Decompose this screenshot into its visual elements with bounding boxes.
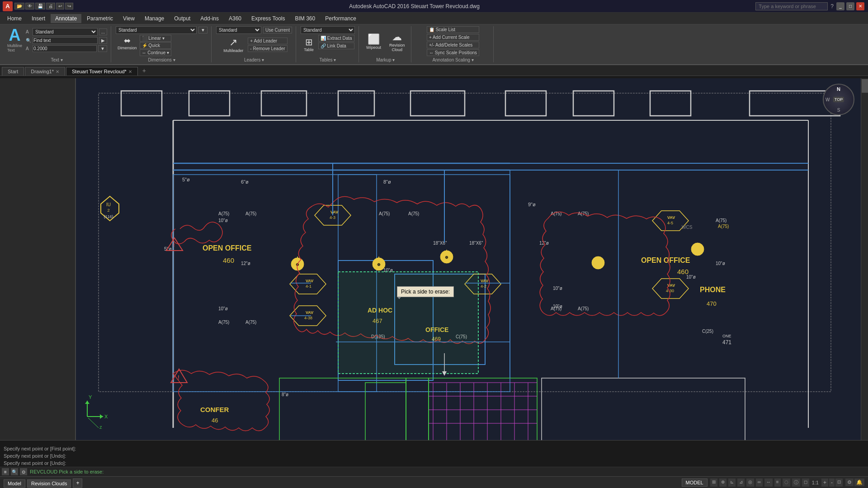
svg-text:12"ø: 12"ø (241, 261, 250, 266)
svg-text:10"ø: 10"ø (218, 218, 228, 223)
tab-start[interactable]: Start (2, 67, 24, 76)
text-height-input[interactable] (33, 45, 97, 52)
quick-access-open[interactable]: 👁 (25, 3, 34, 9)
text-group-content: A MultilineText A Standard ... 🔍 (6, 26, 107, 57)
find-text-button[interactable]: ▶ (99, 37, 107, 44)
svg-text:A(75): A(75) (578, 306, 589, 311)
tab-drawing1-label: Drawing1* (31, 69, 54, 74)
revision-cloud-button[interactable]: ☁ RevisionCloud (387, 29, 408, 54)
qprops-icon[interactable]: ⓘ (792, 479, 800, 487)
svg-text:A(75): A(75) (716, 218, 726, 223)
menu-addins[interactable]: Add-ins (196, 14, 223, 23)
quick-access-redo[interactable]: ↪ (65, 3, 73, 9)
notify-icon[interactable]: 🔔 (854, 479, 864, 486)
menu-insert[interactable]: Insert (27, 14, 50, 23)
dynin-icon[interactable]: ↔ (764, 479, 773, 487)
quick-access-undo[interactable]: ↩ (56, 3, 64, 9)
polar-icon[interactable]: ⊿ (737, 479, 745, 487)
cmd-icon-1[interactable]: ≡ (2, 468, 9, 475)
zoom-fit-icon[interactable]: ⊡ (835, 479, 843, 487)
remove-leader-button[interactable]: - Remove Leader (248, 45, 287, 52)
snap-icon[interactable]: ⊕ (719, 479, 726, 487)
grid-icon[interactable]: ⊞ (710, 479, 717, 487)
tab-steuart[interactable]: Steuart Tower Revcloud* ✕ (66, 67, 138, 76)
multileader-style-select[interactable]: Standard (216, 26, 261, 34)
tab-steuart-close[interactable]: ✕ (128, 69, 132, 74)
menu-performance[interactable]: Performance (321, 14, 361, 23)
menu-home[interactable]: Home (3, 14, 26, 23)
tab-drawing1[interactable]: Drawing1* ✕ (25, 67, 65, 76)
find-text-input[interactable] (33, 37, 98, 44)
add-tab-button[interactable]: + (139, 66, 150, 76)
menu-parametric[interactable]: Parametric (82, 14, 118, 23)
menu-bim360[interactable]: BIM 360 (291, 14, 320, 23)
menu-manage[interactable]: Manage (140, 14, 169, 23)
menu-a360[interactable]: A360 (224, 14, 246, 23)
wipeout-button[interactable]: ⬜ Wipeout (363, 32, 384, 52)
otrack-icon[interactable]: ∞ (756, 479, 763, 487)
cmd-icon-3[interactable]: ⊙ (20, 468, 27, 475)
zoom-in-icon[interactable]: + (821, 479, 828, 487)
table-button[interactable]: ⊞ Table (301, 35, 316, 54)
svg-text:6"ø: 6"ø (241, 179, 249, 185)
zoom-out-icon[interactable]: - (829, 479, 835, 487)
tables-group-label: Tables ▾ (320, 57, 336, 62)
add-layout-button[interactable]: + (73, 479, 82, 488)
dim-style-dropdown[interactable]: ▼ (198, 27, 208, 33)
model-button[interactable]: MODEL (682, 479, 708, 487)
svg-text:VAV: VAV (306, 279, 313, 283)
menu-express[interactable]: Express Tools (247, 14, 289, 23)
help-icon[interactable]: ? (830, 3, 834, 9)
quick-access-new[interactable]: 📂 (14, 3, 24, 9)
search-input[interactable] (755, 2, 828, 10)
add-leader-button[interactable]: + Add Leader (248, 38, 287, 44)
osnap-icon[interactable]: ◎ (746, 479, 754, 487)
extract-data-button[interactable]: 📊 Extract Data (318, 35, 354, 42)
scale-list-button[interactable]: 📋 Scale List (427, 26, 479, 33)
font-style-select[interactable]: Standard (33, 28, 98, 36)
minimize-button[interactable]: _ (836, 2, 844, 10)
maximize-button[interactable]: □ (846, 2, 854, 10)
use-current-button[interactable]: Use Current (263, 27, 292, 33)
lineweight-icon[interactable]: ≡ (774, 479, 781, 487)
sync-scale-button[interactable]: ↔ Sync Scale Positions (427, 49, 479, 56)
text-height-dropdown[interactable]: ▼ (98, 45, 107, 52)
add-delete-scales-button[interactable]: +/- Add/Delete Scales (427, 42, 479, 48)
text-a-icon: A (9, 27, 21, 43)
canvas-area[interactable]: IU 2 (116) AD HOC 467 OFFICE 469 D(135) … (76, 78, 861, 465)
svg-text:IU: IU (106, 202, 111, 207)
selection-icon[interactable]: ◻ (802, 479, 809, 487)
dim-style-select[interactable]: Standard (116, 26, 197, 34)
quick-access-save[interactable]: 💾 (35, 3, 45, 9)
menu-annotate[interactable]: Annotate (51, 14, 81, 23)
status-bar-left: Model Revision Clouds + (4, 478, 82, 488)
table-icon: ⊞ (305, 37, 313, 47)
quick-button[interactable]: ⚡ Quick (140, 42, 172, 49)
tab-drawing1-close[interactable]: ✕ (56, 69, 59, 74)
svg-text:5"ø: 5"ø (182, 177, 190, 182)
font-style-icon: A (26, 29, 31, 34)
transparency-icon[interactable]: ◌ (783, 479, 790, 487)
continue-button[interactable]: ↔ Continue ▾ (140, 49, 172, 56)
tables-style-select[interactable]: Standard (301, 26, 355, 34)
cmd-icon-2[interactable]: 🔍 (11, 468, 18, 475)
linear-button[interactable]: ⬛ Linear ▾ (140, 35, 172, 42)
settings-icon[interactable]: ⚙ (845, 479, 854, 486)
svg-text:VAV: VAV (306, 310, 313, 315)
dimension-button[interactable]: ⬌ Dimension (116, 35, 139, 56)
right-scrollbar[interactable] (861, 78, 868, 465)
menu-output[interactable]: Output (170, 14, 195, 23)
quick-access-print[interactable]: 🖨 (46, 3, 55, 9)
font-browse-button[interactable]: ... (99, 28, 107, 35)
svg-text:4-5: 4-5 (667, 221, 673, 225)
scrollbar-thumb[interactable] (862, 79, 868, 93)
model-tab[interactable]: Model (4, 479, 25, 488)
close-button[interactable]: ✕ (856, 2, 864, 10)
ortho-icon[interactable]: ⊾ (728, 479, 736, 487)
multiline-text-button[interactable]: A MultilineText (6, 26, 23, 53)
link-data-button[interactable]: 🔗 Link Data (318, 43, 354, 49)
add-current-scale-button[interactable]: + Add Current Scale (427, 34, 479, 41)
multileader-button[interactable]: ↗ Multileader (221, 35, 246, 55)
revision-clouds-tab[interactable]: Revision Clouds (27, 479, 71, 488)
menu-view[interactable]: View (118, 14, 139, 23)
